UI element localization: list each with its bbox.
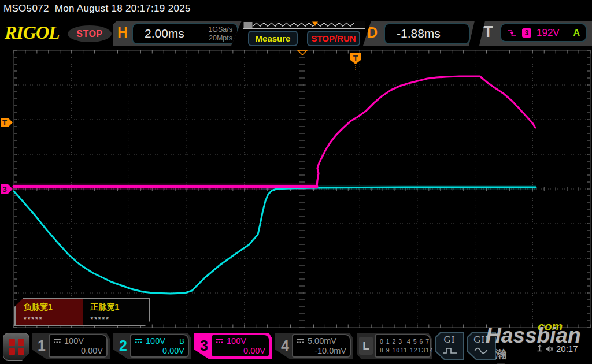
measurement-value: ***** xyxy=(91,315,150,324)
generator-1-button[interactable]: GI xyxy=(435,332,464,360)
menu-grid-icon xyxy=(9,348,15,355)
generator-1-label: GI xyxy=(444,334,456,346)
digital-row-2: 8 9 1011 12131415 xyxy=(380,347,442,354)
beeper-muted-icon xyxy=(545,345,554,353)
channel-offset: -10.0mV xyxy=(297,346,346,355)
menu-grid-icon xyxy=(18,339,24,346)
measurement-label: 负脉宽1 xyxy=(24,302,83,313)
channel-scale: 5.00mV xyxy=(308,336,336,346)
dc-coupling-icon xyxy=(297,338,305,344)
measurement-value: ***** xyxy=(24,315,83,324)
waveform-ch2 xyxy=(14,187,536,294)
dc-coupling-icon xyxy=(135,338,143,344)
menu-grid-icon xyxy=(18,348,24,355)
generator-2-button[interactable]: GII xyxy=(467,332,496,360)
sine-wave-icon xyxy=(473,346,490,355)
channel-scale: 100V xyxy=(227,336,246,346)
channel-3-tab[interactable]: 3 100V 0.00V xyxy=(194,333,272,359)
oscilloscope-screen: MSO5072 Mon August 18 20:17:19 2025 RIGO… xyxy=(0,0,592,364)
digital-channels-box: 0 1 2 3 4 5 6 78 9 1011 12131415 xyxy=(375,334,431,358)
channel-scale: 100V xyxy=(146,336,165,346)
svg-text:T: T xyxy=(2,118,7,127)
dc-coupling-icon xyxy=(53,338,61,344)
generator-2-label: GII xyxy=(473,334,489,346)
channel-number: 4 xyxy=(278,337,292,354)
channel-offset: 0.00V xyxy=(135,346,184,355)
channel-1-tab[interactable]: 1 100V 0.00V xyxy=(32,333,110,359)
dc-coupling-icon xyxy=(216,338,224,344)
svg-text:3: 3 xyxy=(2,185,6,194)
channel-scale: 100V xyxy=(64,336,84,346)
channel-info-box: 100V 0.00V xyxy=(211,334,270,358)
channel-info-box: 100V 0.00V xyxy=(49,334,108,358)
menu-button[interactable] xyxy=(3,333,29,361)
waveform-ch3 xyxy=(317,76,535,187)
channel-offset: 0.00V xyxy=(53,346,103,355)
channel-info-box: 100V B 0.00V xyxy=(130,334,189,358)
bandwidth-limit-badge: B xyxy=(179,337,184,346)
logic-analyzer-tab[interactable]: L 0 1 2 3 4 5 6 78 9 1011 12131415 xyxy=(357,333,432,359)
channel-offset: 0.00V xyxy=(216,346,265,355)
measurement-item-positive-pulse-width[interactable]: 正脉宽1 ***** xyxy=(83,299,150,325)
measurement-panel[interactable]: 负脉宽1 ***** 正脉宽1 ***** xyxy=(14,298,150,326)
svg-text:T: T xyxy=(353,54,358,63)
channel-number: 3 xyxy=(197,337,211,354)
channel-number: 2 xyxy=(116,337,130,354)
channel-info-box: 5.00mV -10.0mV xyxy=(292,334,351,358)
menu-grid-icon xyxy=(9,339,15,346)
channel-4-tab[interactable]: 4 5.00mV -10.0mV xyxy=(275,333,353,359)
logic-label: L xyxy=(359,337,373,355)
digital-row-1: 0 1 2 3 4 5 6 7 xyxy=(380,338,430,345)
usb-device-icon xyxy=(536,344,543,353)
measurement-item-negative-pulse-width[interactable]: 负脉宽1 ***** xyxy=(16,299,83,325)
measurement-label: 正脉宽1 xyxy=(91,302,150,313)
channel-status-bar: 1 100V 0.00V 2 xyxy=(0,330,592,364)
clock: 20:17 xyxy=(556,344,578,354)
channel-number: 1 xyxy=(35,337,49,354)
pulse-wave-icon xyxy=(442,346,458,355)
channel-2-tab[interactable]: 2 100V B 0.00V xyxy=(113,333,191,359)
